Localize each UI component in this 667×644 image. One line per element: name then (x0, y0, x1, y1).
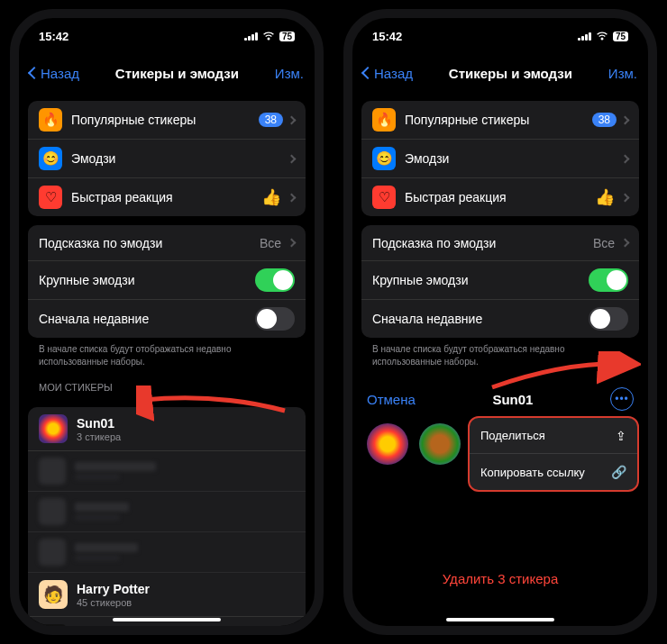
popular-count-badge: 38 (592, 113, 617, 127)
recent-first-label: Сначала недавние (372, 312, 589, 326)
popular-label: Популярные стикеры (405, 113, 592, 127)
notch (99, 18, 234, 41)
popular-label: Популярные стикеры (71, 113, 259, 127)
large-emoji-row: Крупные эмодзи (361, 261, 639, 300)
cherry-name: Hot Cherry (77, 626, 295, 627)
chevron-right-icon (288, 115, 297, 124)
popular-count-badge: 38 (259, 113, 283, 127)
notch (433, 18, 568, 41)
emoji-hint-row[interactable]: Подсказка по эмодзи Все (361, 225, 639, 261)
context-menu: Поделиться ⇪ Копировать ссылку 🔗 (468, 416, 639, 492)
status-time: 15:42 (372, 30, 402, 43)
thumbs-up-icon: 👍 (595, 187, 615, 207)
share-label: Поделиться (480, 429, 616, 442)
blurred-pack-1 (28, 451, 306, 492)
heart-icon: ♡ (39, 186, 62, 209)
wifi-icon (596, 32, 608, 41)
back-button[interactable]: Назад (363, 66, 413, 81)
thumbs-up-icon: 👍 (261, 187, 281, 207)
popular-stickers-row[interactable]: 🔥 Популярные стикеры 38 (361, 101, 639, 140)
heart-icon: ♡ (372, 186, 396, 209)
recent-first-toggle[interactable] (589, 307, 628, 331)
large-emoji-label: Крупные эмодзи (39, 273, 255, 287)
quick-reaction-row[interactable]: ♡ Быстрая реакция 👍 (28, 178, 306, 216)
large-emoji-toggle[interactable] (589, 268, 628, 292)
recent-first-row: Сначала недавние (28, 300, 306, 338)
hp-sub: 45 стикеров (77, 597, 295, 608)
share-menu-item[interactable]: Поделиться ⇪ (470, 418, 637, 454)
share-icon: ⇪ (616, 429, 626, 443)
chevron-right-icon (621, 193, 630, 202)
link-icon: 🔗 (611, 465, 626, 479)
large-emoji-row: Крупные эмодзи (28, 261, 306, 300)
recent-first-row: Сначала недавние (361, 300, 639, 338)
page-title: Стикеры и эмодзи (115, 66, 239, 81)
settings-footnote: В начале списка будут отображаться недав… (28, 338, 306, 367)
chevron-left-icon (361, 67, 374, 79)
signal-icon (244, 32, 258, 41)
annotation-arrow-right (488, 351, 641, 396)
sticker-preview-2[interactable] (419, 423, 461, 465)
chevron-right-icon (621, 239, 630, 248)
chevron-right-icon (288, 193, 297, 202)
page-title: Стикеры и эмодзи (449, 66, 572, 81)
quick-reaction-row[interactable]: ♡ Быстрая реакция 👍 (361, 178, 639, 216)
quick-reaction-label: Быстрая реакция (405, 190, 595, 204)
blurred-pack-2 (28, 492, 306, 532)
edit-button[interactable]: Изм. (608, 66, 637, 81)
emoji-label: Эмодзи (71, 151, 288, 166)
nav-bar: Назад Стикеры и эмодзи Изм. (352, 54, 648, 92)
phone-left: 15:42 75 Назад Стикеры и эмодзи Изм. 🔥 П… (10, 9, 324, 635)
sticker-preview-1[interactable] (367, 423, 408, 465)
fire-icon: 🔥 (372, 108, 396, 132)
signal-icon (578, 32, 591, 41)
emoji-icon: 😊 (39, 147, 62, 170)
emoji-hint-row[interactable]: Подсказка по эмодзи Все (28, 225, 306, 261)
status-time: 15:42 (39, 30, 69, 43)
home-indicator[interactable] (113, 618, 221, 621)
large-emoji-toggle[interactable] (255, 268, 295, 292)
my-stickers-group: Sun01 3 стикера 🧑 Harry Potter 45 стикер… (28, 407, 306, 626)
emoji-row[interactable]: 😊 Эмодзи (361, 140, 639, 178)
chevron-left-icon (28, 67, 41, 79)
blurred-pack-3 (28, 532, 306, 573)
chevron-right-icon (621, 115, 630, 124)
emoji-row[interactable]: 😊 Эмодзи (28, 140, 306, 178)
recent-first-label: Сначала недавние (39, 312, 255, 326)
quick-reaction-label: Быстрая реакция (71, 190, 261, 204)
back-button[interactable]: Назад (30, 66, 79, 81)
hint-label: Подсказка по эмодзи (39, 236, 260, 250)
wifi-icon (262, 32, 275, 41)
nav-bar: Назад Стикеры и эмодзи Изм. (19, 54, 315, 92)
hint-value: Все (260, 236, 281, 250)
large-emoji-label: Крупные эмодзи (372, 273, 589, 287)
recent-first-toggle[interactable] (255, 307, 295, 331)
edit-button[interactable]: Изм. (275, 66, 304, 81)
content-scroll[interactable]: 🔥 Популярные стикеры 38 😊 Эмодзи ♡ Быстр… (19, 92, 315, 626)
delete-stickers-button[interactable]: Удалить 3 стикера (352, 557, 648, 601)
hp-name: Harry Potter (77, 582, 295, 596)
fire-icon: 🔥 (39, 108, 62, 132)
top-group: 🔥 Популярные стикеры 38 😊 Эмодзи ♡ Быстр… (28, 101, 306, 216)
popular-stickers-row[interactable]: 🔥 Популярные стикеры 38 (28, 101, 306, 140)
cancel-button[interactable]: Отмена (367, 392, 416, 407)
chevron-right-icon (288, 239, 297, 248)
battery-icon: 75 (279, 32, 295, 41)
copy-label: Копировать ссылку (480, 466, 611, 479)
sun-sub: 3 стикера (77, 431, 295, 442)
hp-avatar: 🧑 (39, 580, 68, 609)
battery-icon: 75 (613, 32, 628, 41)
top-group: 🔥 Популярные стикеры 38 😊 Эмодзи ♡ Быстр… (361, 101, 639, 216)
sticker-previews (361, 420, 466, 468)
sun-avatar (39, 414, 68, 443)
home-indicator[interactable] (446, 618, 554, 621)
sticker-pack-hp[interactable]: 🧑 Harry Potter 45 стикеров (28, 573, 306, 617)
hint-value: Все (593, 236, 615, 250)
chevron-right-icon (288, 154, 297, 163)
settings-group: Подсказка по эмодзи Все Крупные эмодзи С… (28, 225, 306, 338)
settings-group: Подсказка по эмодзи Все Крупные эмодзи С… (361, 225, 639, 338)
hint-label: Подсказка по эмодзи (372, 236, 593, 250)
cherry-avatar: 🍒 (39, 624, 68, 626)
chevron-right-icon (621, 154, 630, 163)
copy-link-menu-item[interactable]: Копировать ссылку 🔗 (470, 454, 637, 490)
